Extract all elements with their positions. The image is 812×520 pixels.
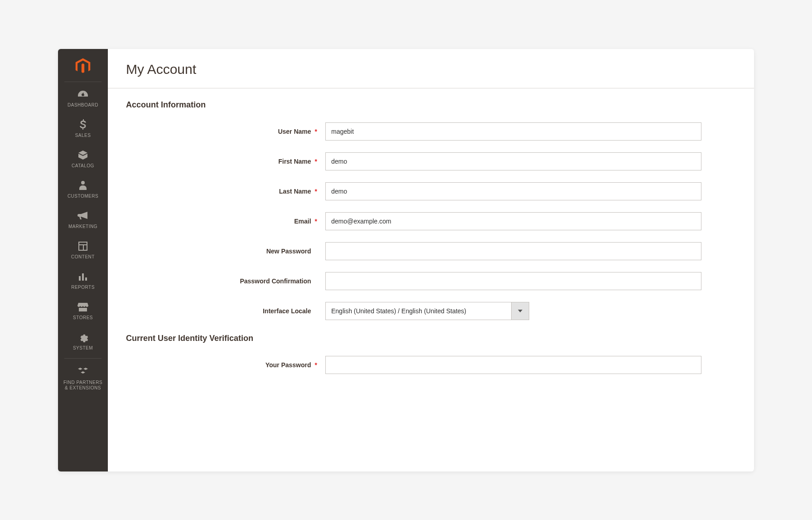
required-marker: * (315, 128, 317, 135)
sidebar-item-label: CONTENT (71, 254, 95, 260)
svg-point-0 (81, 181, 85, 185)
field-newpassword: New Password * (126, 242, 736, 260)
required-marker: * (315, 218, 317, 225)
field-firstname: First Name * (126, 152, 736, 170)
sidebar-item-label: DASHBOARD (68, 102, 98, 108)
dashboard-icon (77, 88, 88, 100)
field-label: Interface Locale (263, 307, 311, 315)
field-locale: Interface Locale * English (United State… (126, 302, 736, 320)
sidebar-item-customers[interactable]: CUSTOMERS (58, 173, 108, 204)
sidebar-item-label: FIND PARTNERS & EXTENSIONS (63, 380, 102, 391)
sidebar-item-reports[interactable]: REPORTS (58, 264, 108, 295)
field-label: Your Password (266, 361, 311, 369)
locale-select[interactable]: English (United States) / English (Unite… (325, 302, 529, 320)
field-label: Email (294, 218, 311, 225)
field-label: User Name (278, 128, 311, 135)
sidebar-item-system[interactable]: SYSTEM (58, 325, 108, 355)
sidebar-item-label: MARKETING (68, 224, 97, 229)
bar-chart-icon (78, 271, 88, 282)
sidebar-item-catalog[interactable]: CATALOG (58, 143, 108, 173)
field-yourpassword: Your Password * (126, 356, 736, 374)
sidebar-item-stores[interactable]: STORES (58, 295, 108, 325)
page-title: My Account (126, 62, 736, 77)
field-label: Last Name (279, 188, 311, 195)
sidebar-item-content[interactable]: CONTENT (58, 234, 108, 264)
storefront-icon (77, 301, 88, 313)
field-username: User Name * (126, 122, 736, 141)
sidebar-item-sales[interactable]: SALES (58, 112, 108, 143)
firstname-input[interactable] (325, 152, 701, 170)
sidebar-item-label: CATALOG (72, 163, 94, 169)
sidebar-item-marketing[interactable]: MARKETING (58, 204, 108, 234)
yourpassword-input[interactable] (325, 356, 701, 374)
person-icon (79, 180, 87, 191)
dropdown-toggle[interactable] (511, 302, 529, 320)
sidebar-item-label: STORES (73, 315, 93, 321)
sidebar: DASHBOARD SALES CATALOG CUSTOMERS MARKET… (58, 49, 108, 471)
sidebar-item-label: REPORTS (71, 285, 95, 290)
username-input[interactable] (325, 122, 701, 141)
chevron-down-icon (518, 310, 522, 312)
field-label: First Name (278, 158, 311, 165)
sidebar-item-label: CUSTOMERS (68, 194, 98, 199)
locale-select-value: English (United States) / English (Unite… (325, 302, 511, 320)
required-marker: * (315, 361, 317, 369)
magento-logo[interactable] (58, 49, 108, 82)
passwordconfirm-input[interactable] (325, 272, 701, 290)
layout-icon (78, 240, 88, 252)
newpassword-input[interactable] (325, 242, 701, 260)
field-lastname: Last Name * (126, 182, 736, 200)
sidebar-item-dashboard[interactable]: DASHBOARD (58, 82, 108, 112)
page-header: My Account (108, 49, 754, 88)
field-label: Password Confirmation (240, 277, 311, 285)
required-marker: * (315, 188, 317, 195)
sidebar-item-label: SYSTEM (73, 345, 93, 351)
lastname-input[interactable] (325, 182, 701, 200)
box-icon (77, 149, 88, 161)
field-label: New Password (266, 248, 311, 255)
blocks-icon (77, 366, 88, 378)
dollar-icon (79, 119, 87, 131)
svg-rect-1 (79, 276, 81, 281)
email-input[interactable] (325, 212, 701, 230)
svg-rect-2 (82, 273, 84, 281)
megaphone-icon (77, 210, 88, 222)
field-email: Email * (126, 212, 736, 230)
sidebar-item-partners[interactable]: FIND PARTNERS & EXTENSIONS (58, 360, 108, 395)
main-content: My Account Account Information User Name… (108, 49, 754, 471)
verify-section-title: Current User Identity Verification (126, 334, 736, 343)
form-area: Account Information User Name * First Na… (108, 88, 754, 471)
required-marker: * (315, 158, 317, 165)
field-passwordconfirm: Password Confirmation * (126, 272, 736, 290)
sidebar-divider (64, 358, 102, 359)
gear-icon (78, 331, 88, 343)
app-frame: DASHBOARD SALES CATALOG CUSTOMERS MARKET… (58, 49, 754, 471)
sidebar-item-label: SALES (75, 133, 91, 138)
svg-rect-3 (85, 277, 87, 281)
account-section-title: Account Information (126, 100, 736, 110)
